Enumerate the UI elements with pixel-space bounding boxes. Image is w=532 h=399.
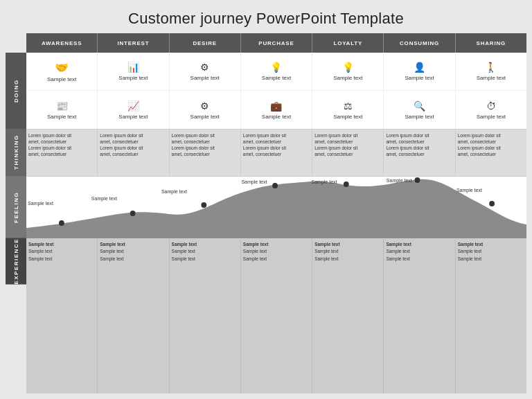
doing-cell-2-6: 🔍 Sample text bbox=[384, 91, 455, 129]
bulb-icon: 💡 bbox=[270, 62, 282, 73]
thinking-cell-6: Lorem ipsum dolor sit amet, consectetuer… bbox=[384, 130, 455, 176]
row-labels: DOING THINKING FEELING EXPERIENCE bbox=[6, 33, 26, 393]
doing-section: 🤝 Sample text 📊 Sample text ⚙ Sample tex… bbox=[26, 53, 526, 130]
feeling-label-5: Sample text bbox=[312, 179, 337, 184]
thinking-cell-1: Lorem ipsum dolor sit amet, consectetuer… bbox=[26, 130, 98, 176]
exp-text-2-2: Sample text bbox=[100, 248, 166, 255]
header-sharing: SHARING bbox=[456, 33, 526, 53]
thinking-cell-2: Lorem ipsum dolor sit amet, consectetuer… bbox=[98, 130, 169, 176]
thinking-label: THINKING bbox=[6, 129, 26, 176]
svg-point-2 bbox=[201, 202, 206, 208]
chart-icon: 📊 bbox=[127, 62, 139, 73]
doing-text-1-7: Sample text bbox=[477, 75, 506, 81]
exp-text-2-1: Sample text bbox=[100, 241, 166, 248]
doing-cell-2-4: 💼 Sample text bbox=[241, 91, 312, 129]
doing-text-1-4: Sample text bbox=[262, 75, 291, 81]
main-container: Customer journey PowerPoint Template DOI… bbox=[0, 0, 532, 399]
thinking-section: Lorem ipsum dolor sit amet, consectetuer… bbox=[26, 130, 526, 177]
briefcase-icon: 💼 bbox=[270, 100, 282, 112]
speedometer-icon: ⏱ bbox=[486, 100, 496, 112]
exp-text-3-2: Sample text bbox=[172, 248, 238, 255]
feeling-label-1: Sample text bbox=[28, 201, 53, 206]
exp-text-5-1: Sample text bbox=[314, 241, 381, 248]
svg-point-0 bbox=[59, 220, 64, 226]
feeling-label: FEELING bbox=[6, 176, 26, 238]
doing-text-2-5: Sample text bbox=[333, 114, 362, 120]
experience-section: Sample text Sample text Sample text Samp… bbox=[26, 239, 526, 393]
doing-text-1-3: Sample text bbox=[190, 75, 220, 81]
doing-text-1-1: Sample text bbox=[47, 76, 76, 82]
doing-text-2-4: Sample text bbox=[262, 114, 291, 120]
feeling-wave-chart bbox=[26, 177, 526, 238]
exp-text-1-3: Sample text bbox=[28, 256, 95, 263]
person-icon: 👤 bbox=[414, 62, 425, 73]
svg-point-6 bbox=[489, 201, 495, 206]
exp-text-6-3: Sample text bbox=[386, 256, 452, 263]
doing-cell-2-2: 📈 Sample text bbox=[98, 91, 169, 129]
exp-text-5-2: Sample text bbox=[314, 248, 381, 255]
newspaper-icon: 📰 bbox=[56, 100, 68, 112]
exp-text-3-3: Sample text bbox=[172, 256, 238, 263]
header-interest: INTEREST bbox=[98, 33, 169, 53]
doing-row-1: 🤝 Sample text 📊 Sample text ⚙ Sample tex… bbox=[26, 53, 526, 91]
doing-text-1-6: Sample text bbox=[405, 75, 434, 81]
exp-cell-7: Sample text Sample text Sample text bbox=[456, 239, 526, 393]
exp-cell-6: Sample text Sample text Sample text bbox=[384, 239, 455, 393]
exp-text-6-2: Sample text bbox=[386, 248, 452, 255]
feeling-label-2: Sample text bbox=[91, 196, 117, 201]
doing-cell-1-7: 🚶 Sample text bbox=[456, 53, 526, 90]
doing-text-1-2: Sample text bbox=[118, 75, 148, 81]
exp-text-4-2: Sample text bbox=[243, 248, 310, 255]
exp-cell-5: Sample text Sample text Sample text bbox=[312, 239, 384, 393]
handshake-icon: 🤝 bbox=[55, 61, 69, 74]
svg-point-1 bbox=[130, 211, 136, 216]
exp-text-1-1: Sample text bbox=[28, 241, 95, 248]
svg-point-4 bbox=[344, 181, 349, 187]
doing-text-1-5: Sample text bbox=[333, 75, 362, 81]
doing-cell-1-6: 👤 Sample text bbox=[384, 53, 455, 90]
header-purchase: PURCHASE bbox=[241, 33, 312, 53]
exp-text-6-1: Sample text bbox=[386, 241, 452, 248]
doing-cell-2-7: ⏱ Sample text bbox=[456, 91, 526, 129]
exp-text-7-2: Sample text bbox=[458, 248, 524, 255]
doing-cell-1-1: 🤝 Sample text bbox=[26, 53, 98, 90]
exp-text-3-1: Sample text bbox=[172, 241, 238, 248]
doing-text-2-2: Sample text bbox=[118, 114, 148, 120]
thinking-cell-3: Lorem ipsum dolor sit amet, consectetuer… bbox=[170, 130, 241, 176]
lightbulb-icon: 💡 bbox=[342, 62, 354, 73]
page-title: Customer journey PowerPoint Template bbox=[6, 6, 526, 33]
exp-text-1-2: Sample text bbox=[28, 248, 95, 255]
exp-text-7-1: Sample text bbox=[458, 241, 524, 248]
exp-text-4-3: Sample text bbox=[243, 256, 310, 263]
doing-cell-1-4: 💡 Sample text bbox=[241, 53, 312, 90]
trending-icon: 📈 bbox=[127, 100, 139, 112]
settings-icon: ⚙ bbox=[200, 100, 209, 112]
exp-cell-1: Sample text Sample text Sample text bbox=[26, 239, 98, 393]
walk-icon: 🚶 bbox=[485, 62, 497, 73]
exp-cell-3: Sample text Sample text Sample text bbox=[170, 239, 241, 393]
search-icon: 🔍 bbox=[414, 100, 425, 112]
svg-point-5 bbox=[415, 177, 420, 183]
exp-text-2-3: Sample text bbox=[100, 256, 166, 263]
svg-point-3 bbox=[272, 183, 278, 188]
scale-icon: ⚖ bbox=[344, 100, 353, 112]
header-consuming: CONSUMING bbox=[384, 33, 455, 53]
doing-text-2-7: Sample text bbox=[477, 114, 506, 120]
doing-cell-2-1: 📰 Sample text bbox=[26, 91, 98, 129]
header-awareness: AWARENESS bbox=[26, 33, 98, 53]
feeling-label-7: Sample text bbox=[456, 188, 482, 193]
doing-cell-2-5: ⚖ Sample text bbox=[312, 91, 384, 129]
gear-icon: ⚙ bbox=[200, 62, 209, 73]
exp-text-5-3: Sample text bbox=[314, 256, 381, 263]
doing-text-2-1: Sample text bbox=[47, 114, 76, 120]
feeling-label-3: Sample text bbox=[161, 189, 187, 194]
doing-cell-2-3: ⚙ Sample text bbox=[170, 91, 241, 129]
header-loyalty: LOYALTY bbox=[312, 33, 384, 53]
doing-text-2-3: Sample text bbox=[190, 114, 220, 120]
doing-cell-1-3: ⚙ Sample text bbox=[170, 53, 241, 90]
doing-cell-1-2: 📊 Sample text bbox=[98, 53, 169, 90]
header-desire: DESIRE bbox=[170, 33, 241, 53]
table-wrapper: DOING THINKING FEELING EXPERIENCE AWAREN… bbox=[6, 33, 526, 393]
feeling-label-4: Sample text bbox=[241, 179, 267, 184]
thinking-cell-4: Lorem ipsum dolor sit amet, consectetuer… bbox=[241, 130, 312, 176]
